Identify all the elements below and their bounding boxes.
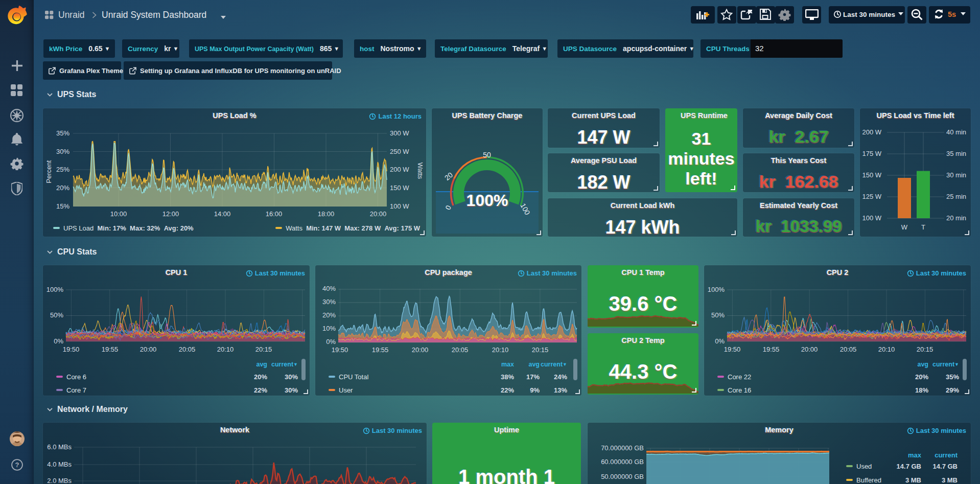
svg-text:Watts: Watts <box>416 163 424 179</box>
svg-text:?: ? <box>15 461 19 469</box>
